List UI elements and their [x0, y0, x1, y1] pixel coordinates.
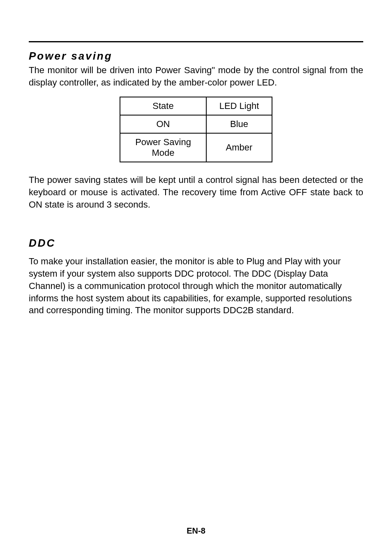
section-power-saving: Power saving The monitor will be driven …: [29, 50, 363, 210]
section-ddc: DDC To make your installation easier, th…: [29, 237, 363, 316]
page: Power saving The monitor will be driven …: [0, 0, 392, 557]
ddc-heading: DDC: [29, 237, 363, 250]
top-divider: [29, 41, 363, 42]
table-row: ON Blue: [120, 115, 272, 133]
power-saving-intro: The monitor will be driven into Power Sa…: [29, 64, 363, 88]
table-header-state: State: [120, 97, 206, 115]
section-gap: [29, 219, 363, 237]
page-footer: EN-8: [0, 526, 392, 536]
power-saving-heading: Power saving: [29, 50, 363, 62]
power-saving-after-table: The power saving states will be kept unt…: [29, 174, 363, 210]
table-cell-state: ON: [120, 115, 206, 133]
table-cell-state: Power Saving Mode: [120, 133, 206, 162]
table-header-row: State LED Light: [120, 97, 272, 115]
table-row: Power Saving Mode Amber: [120, 133, 272, 162]
table-cell-led: Amber: [206, 133, 272, 162]
led-state-table: State LED Light ON Blue Power Saving Mod…: [120, 97, 272, 162]
table-cell-led: Blue: [206, 115, 272, 133]
table-header-led: LED Light: [206, 97, 272, 115]
ddc-body: To make your installation easier, the mo…: [29, 255, 363, 316]
